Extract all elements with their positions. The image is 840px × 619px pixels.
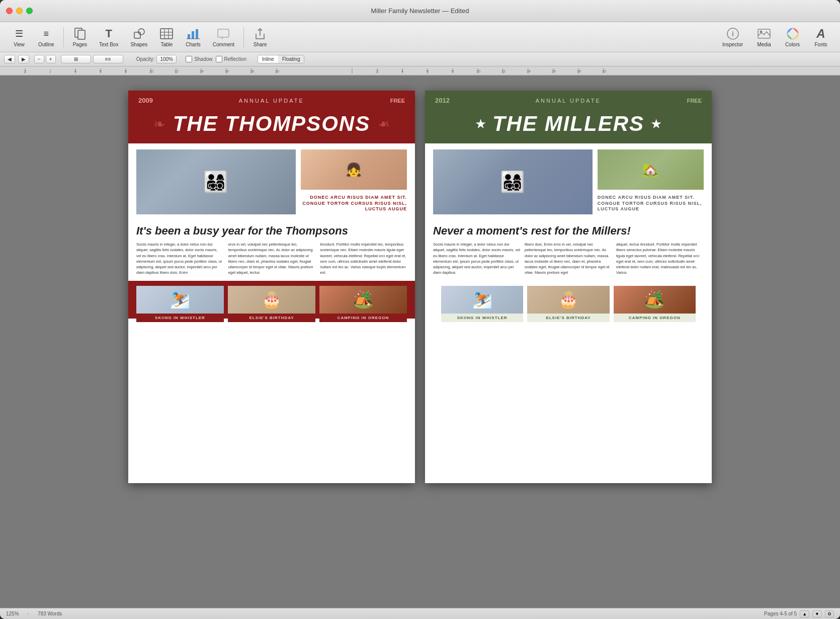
comment-button[interactable]: Comment: [209, 25, 238, 49]
fonts-button[interactable]: A Fonts: [810, 25, 832, 49]
colors-button[interactable]: Colors: [781, 25, 804, 49]
textbox-button[interactable]: T Text Box: [95, 25, 122, 49]
fullscreen-button[interactable]: [26, 8, 33, 14]
charts-icon: [186, 27, 200, 41]
opacity-label: Opacity:: [136, 56, 155, 62]
miller-photo-birthday: 🎂 ELSIE'S BIRTHDAY: [527, 286, 609, 314]
miller-bottom-section: ⛷️ SKIING IN WHISTLER 🎂 ELSIE'S BIRTHDAY…: [425, 281, 712, 330]
insert-group: Pages T Text Box Shapes: [69, 25, 238, 49]
thompson-photos: 👨‍👩‍👧‍👦 👧 DONEC ARCU RISUS DIAM AMET SIT…: [128, 143, 415, 220]
share-group: Share: [249, 25, 271, 49]
sep1: [63, 27, 64, 47]
svg-text:16: 16: [225, 69, 229, 73]
miller-col1: Sociis mauris in integer, a dolor netus …: [433, 242, 521, 276]
minimize-button[interactable]: [16, 8, 23, 14]
forward-btn[interactable]: ▶: [18, 55, 29, 63]
colors-label: Colors: [785, 42, 800, 47]
miller-camping-photo-img: 🏕️: [614, 286, 696, 314]
floating-option[interactable]: Floating: [278, 55, 304, 63]
miller-title-banner: ★ THE MILLERS ★: [425, 109, 712, 143]
thompson-header: 2009 ANNUAL UPDATE FREE: [128, 91, 415, 109]
svg-text:14: 14: [527, 69, 531, 73]
media-label: Media: [757, 42, 771, 47]
svg-text:10: 10: [476, 69, 480, 73]
miller-birthday-caption: ELSIE'S BIRTHDAY: [527, 314, 609, 322]
svg-rect-11: [196, 29, 198, 39]
reflection-checkbox[interactable]: [216, 56, 222, 62]
shadow-checkbox[interactable]: [186, 56, 192, 62]
charts-button[interactable]: Charts: [182, 25, 204, 49]
plus-btn[interactable]: +: [46, 55, 56, 63]
share-icon: [253, 27, 267, 41]
word-count: 783 Words: [38, 611, 62, 616]
svg-text:10: 10: [149, 69, 153, 73]
svg-text:4: 4: [401, 69, 403, 73]
camping-photo-img: 🏕️: [319, 286, 407, 314]
thompson-skiing-caption: SKIING IN WHISTLER: [136, 314, 224, 322]
thompson-photo-caption: DONEC ARCU RISUS DIAM AMET SIT. CONGUE T…: [301, 193, 407, 214]
svg-rect-13: [218, 29, 229, 37]
inspector-label: Inspector: [722, 42, 743, 47]
comment-icon: [216, 27, 230, 41]
miller-skiing-photo-img: ⛷️: [441, 286, 523, 314]
next-page-button[interactable]: ▼: [812, 610, 822, 617]
colors-icon: [786, 27, 800, 41]
svg-text:18: 18: [250, 69, 254, 73]
miller-side-photos: 🏡 DONEC ARCU RISUS DIAM AMET SIT. CONGUE…: [598, 149, 704, 214]
thompson-main-photo: 👨‍👩‍👧‍👦: [136, 149, 296, 214]
fonts-label: Fonts: [814, 42, 827, 47]
svg-text:12: 12: [501, 69, 506, 73]
close-button[interactable]: [6, 8, 13, 14]
miller-header: 2012 ANNUAL UPDATE FREE: [425, 91, 712, 109]
miller-free: FREE: [687, 98, 702, 104]
svg-point-3: [138, 29, 144, 35]
shapes-button[interactable]: Shapes: [126, 25, 151, 49]
thompson-small-photo: 👧: [301, 149, 407, 190]
svg-text:6: 6: [100, 69, 102, 73]
inline-option[interactable]: Inline: [258, 55, 278, 63]
svg-text:14: 14: [200, 69, 204, 73]
thompson-side-photos: 👧 DONEC ARCU RISUS DIAM AMET SIT. CONGUE…: [301, 149, 407, 214]
miller-skiing-caption: SKIING IN WHISTLER: [441, 314, 523, 322]
settings-button[interactable]: ⚙: [825, 610, 834, 617]
sep2: [243, 27, 244, 47]
shapes-icon: [132, 27, 146, 41]
opacity-input[interactable]: 100%: [156, 55, 177, 63]
arrange-btn[interactable]: ⊞: [61, 55, 91, 63]
ruler: 2 4 6 8 10 12 14 16 1: [0, 66, 840, 75]
thompson-year: 2009: [138, 97, 153, 104]
share-label: Share: [254, 42, 267, 47]
back-btn[interactable]: ◀: [4, 55, 15, 63]
inline-floating-toggle[interactable]: Inline Floating: [258, 55, 304, 63]
thompson-title: THE THOMPSONS: [173, 112, 370, 136]
format-btn[interactable]: ≡≡: [93, 55, 123, 63]
inspector-icon: i: [726, 27, 740, 41]
table-button[interactable]: Table: [155, 25, 178, 49]
miller-photos: 👨‍👩‍👧‍👦 🏡 DONEC ARCU RISUS DIAM AMET SIT…: [425, 143, 712, 220]
svg-text:8: 8: [125, 69, 127, 73]
canvas-area[interactable]: 2009 ANNUAL UPDATE FREE ❧ THE THOMPSONS …: [0, 75, 840, 608]
view-label: View: [14, 42, 25, 47]
view-button[interactable]: ☰ View: [8, 25, 30, 49]
thompson-headline: It's been a busy year for the Thompsons: [128, 220, 415, 240]
svg-rect-2: [134, 32, 140, 38]
shadow-label: Shadow: [194, 56, 212, 62]
textbox-icon: T: [102, 27, 116, 41]
share-button[interactable]: Share: [249, 25, 271, 49]
thompson-col1: Sociis mauris in integer, a dolor netus …: [136, 242, 223, 276]
prev-page-button[interactable]: ▲: [800, 610, 809, 617]
outline-button[interactable]: ≡ Outline: [34, 25, 58, 49]
window-title: Miller Family Newsletter — Edited: [371, 7, 469, 15]
right-toolbar: i Inspector Media: [718, 25, 832, 49]
minus-btn[interactable]: −: [34, 55, 44, 63]
zoom-level: 125%: [6, 611, 19, 616]
media-button[interactable]: Media: [753, 25, 775, 49]
pages-button[interactable]: Pages: [69, 25, 91, 49]
thompson-col2: eros in vel, volutpat nec pellentesque l…: [228, 242, 315, 276]
inspector-button[interactable]: i Inspector: [718, 25, 747, 49]
shapes-label: Shapes: [130, 42, 147, 47]
page-miller: 2012 ANNUAL UPDATE FREE ★ THE MILLERS ★ …: [425, 91, 712, 483]
miller-photo-skiing: ⛷️ SKIING IN WHISTLER: [441, 286, 523, 314]
comment-label: Comment: [213, 42, 234, 47]
thompson-fleur-right: ❧: [378, 116, 390, 132]
